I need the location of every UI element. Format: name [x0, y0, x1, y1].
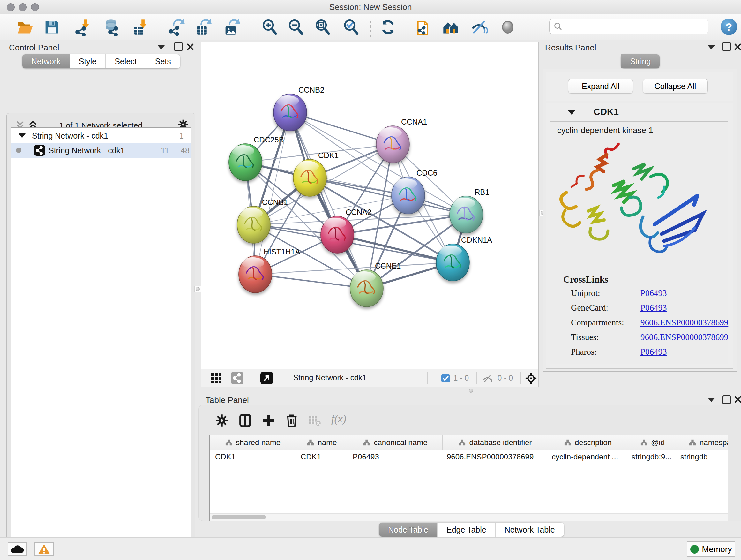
- section-expander-icon[interactable]: [568, 111, 575, 115]
- import-table-file-button[interactable]: [131, 18, 149, 37]
- expand-all-button[interactable]: Expand All: [568, 79, 633, 94]
- node-CDK1[interactable]: [293, 159, 327, 196]
- show-columns-button[interactable]: [238, 412, 255, 429]
- scrollbar-thumb[interactable]: [212, 515, 266, 519]
- tab-node-table[interactable]: Node Table: [379, 523, 437, 537]
- panel-menu-icon[interactable]: [158, 45, 165, 50]
- float-panel-icon[interactable]: [723, 395, 731, 404]
- table-cell[interactable]: 9606.ENSP00000378699: [442, 450, 547, 463]
- table-cell[interactable]: CDK1: [210, 450, 295, 463]
- network-canvas[interactable]: CCNB2CCNA1CDC25BCDK1CDC6RB1CCNB1CCNA2CDK…: [201, 42, 538, 369]
- crosslink-link[interactable]: P06493: [641, 347, 667, 357]
- column-header-namespace[interactable]: namespace: [677, 435, 728, 450]
- crosslink-link[interactable]: P06493: [641, 303, 667, 313]
- tab-edge-table[interactable]: Edge Table: [437, 523, 495, 537]
- export-table-button[interactable]: [194, 18, 212, 37]
- help-button[interactable]: ?: [721, 18, 737, 35]
- collapse-all-button[interactable]: Collapse All: [643, 79, 708, 94]
- tab-network-table[interactable]: Network Table: [495, 523, 564, 537]
- column-header-description[interactable]: description: [548, 435, 628, 450]
- tab-style[interactable]: Style: [70, 54, 106, 68]
- cybrowser-home-button[interactable]: [442, 18, 460, 37]
- hide-selected-button[interactable]: [470, 18, 488, 37]
- export-image-button[interactable]: [223, 18, 241, 37]
- network-row-selected[interactable]: String Network - cdk1 11 48: [11, 143, 191, 158]
- tab-select[interactable]: Select: [106, 54, 146, 68]
- table-gear-button[interactable]: [215, 412, 231, 429]
- cloud-status-button[interactable]: [8, 543, 27, 556]
- tree-expander-icon[interactable]: [18, 133, 25, 138]
- panel-menu-icon[interactable]: [708, 398, 715, 402]
- open-in-window-icon[interactable]: [260, 372, 273, 384]
- table-cell[interactable]: stringdb:9...: [626, 450, 675, 463]
- zoom-selected-button[interactable]: [342, 18, 360, 37]
- edge-CCNA2-CDKN1A[interactable]: [337, 235, 453, 262]
- search-field[interactable]: [549, 19, 709, 34]
- tab-network[interactable]: Network: [22, 54, 70, 68]
- float-panel-icon[interactable]: [174, 42, 183, 51]
- panel-menu-icon[interactable]: [708, 45, 715, 50]
- birds-eye-icon[interactable]: [525, 372, 537, 384]
- column-header-shared-name[interactable]: shared name: [210, 435, 296, 450]
- warning-status-button[interactable]: [35, 543, 54, 556]
- node-CCNE1[interactable]: [350, 270, 383, 307]
- close-panel-icon[interactable]: [734, 395, 741, 403]
- node-CDC6[interactable]: [392, 177, 425, 214]
- edge-CCNB2-CCNE1[interactable]: [290, 112, 367, 288]
- horizontal-scrollbar[interactable]: [210, 513, 728, 521]
- table-row[interactable]: CDK1CDK1P064939606.ENSP00000378699cyclin…: [210, 450, 728, 463]
- memory-button[interactable]: Memory: [687, 541, 735, 557]
- zoom-in-button[interactable]: [261, 18, 279, 37]
- table-cell[interactable]: stringdb: [675, 450, 728, 463]
- node-HIST1H1A[interactable]: [239, 256, 272, 293]
- node-CCNB2[interactable]: [273, 94, 307, 131]
- crosslink-link[interactable]: P06493: [641, 288, 667, 298]
- import-network-file-button[interactable]: [74, 18, 92, 37]
- add-column-button[interactable]: [261, 412, 278, 429]
- column-header-database-identifier[interactable]: database identifier: [443, 435, 548, 450]
- zoom-out-button[interactable]: [287, 18, 305, 37]
- column-header-name[interactable]: name: [296, 435, 348, 450]
- node-CCNB1[interactable]: [237, 206, 270, 243]
- float-panel-icon[interactable]: [723, 42, 731, 51]
- selected-checkbox[interactable]: [441, 374, 450, 382]
- tab-string[interactable]: String: [621, 54, 660, 68]
- node-CDKN1A[interactable]: [436, 244, 469, 281]
- network-collection-row[interactable]: String Network - cdk1 1: [11, 128, 191, 143]
- close-panel-icon[interactable]: [734, 43, 741, 51]
- close-panel-icon[interactable]: [186, 43, 194, 51]
- delete-column-button[interactable]: [285, 412, 301, 429]
- node-CCNA1[interactable]: [376, 126, 409, 163]
- zoom-fit-button[interactable]: [314, 18, 332, 37]
- grid-mode-icon[interactable]: [211, 373, 222, 384]
- tab-sets[interactable]: Sets: [146, 54, 180, 68]
- crosslink-link[interactable]: 9606.ENSP00000378699: [641, 318, 728, 327]
- delete-table-button[interactable]: [307, 412, 324, 429]
- node-table[interactable]: shared namenamecanonical namedatabase id…: [209, 435, 728, 521]
- refresh-button[interactable]: [379, 18, 397, 37]
- export-network-button[interactable]: [168, 18, 186, 37]
- bottom-divider-handle[interactable]: [468, 388, 474, 394]
- save-session-button[interactable]: [43, 18, 61, 37]
- crosslink-label: Pharos:: [571, 347, 597, 357]
- left-panel-divider[interactable]: [201, 42, 201, 387]
- node-CDC25B[interactable]: [229, 144, 262, 181]
- column-header-canonical-name[interactable]: canonical name: [348, 435, 443, 450]
- file-network-button[interactable]: [414, 18, 432, 37]
- node-CCNA2[interactable]: [321, 216, 354, 253]
- right-panel-divider[interactable]: [538, 42, 539, 387]
- show-all-button[interactable]: [499, 18, 517, 37]
- table-cell[interactable]: P06493: [347, 450, 442, 463]
- column-header--id[interactable]: @id: [628, 435, 677, 450]
- table-cell[interactable]: CDK1: [295, 450, 347, 463]
- network-view-mode-icon[interactable]: [231, 372, 244, 384]
- open-session-button[interactable]: [16, 18, 34, 37]
- left-divider-handle[interactable]: [194, 286, 201, 293]
- import-network-database-button[interactable]: [103, 18, 121, 37]
- table-cell[interactable]: cyclin-dependent ...: [547, 450, 626, 463]
- edge-CDK1-RB1[interactable]: [310, 178, 466, 214]
- search-input[interactable]: [565, 20, 704, 33]
- node-RB1[interactable]: [450, 196, 483, 233]
- function-builder-button[interactable]: f(x): [331, 413, 346, 425]
- crosslink-link[interactable]: 9606.ENSP00000378699: [641, 332, 728, 342]
